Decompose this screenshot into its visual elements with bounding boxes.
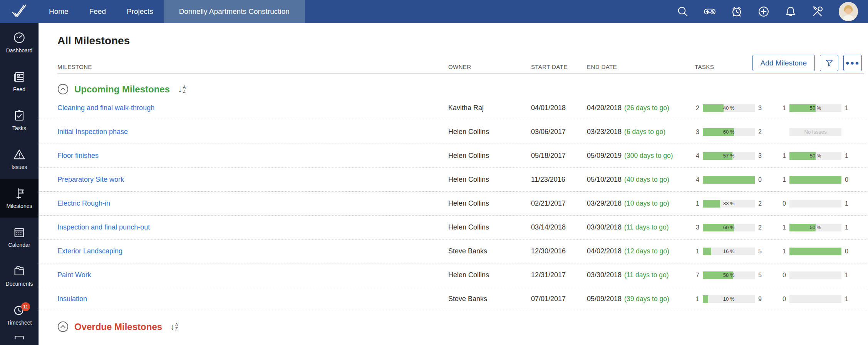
milestone-link[interactable]: Cleaning and final walk-through	[57, 104, 154, 112]
more-options-button[interactable]: ●●●	[843, 55, 862, 71]
gamepad-icon[interactable]	[704, 6, 716, 17]
milestone-link[interactable]: Preparatory Site work	[57, 176, 124, 183]
tasks-closed-count: 3	[758, 152, 766, 159]
search-icon[interactable]	[677, 6, 689, 17]
tasks-closed-count: 2	[758, 200, 766, 207]
tasks-progress-label: 57 %	[703, 152, 755, 160]
sidebar-item-milestones[interactable]: Milestones	[0, 179, 39, 218]
milestone-end-date: 05/09/2018	[587, 295, 622, 303]
feed-icon	[13, 70, 25, 83]
tasks-closed-count: 3	[758, 105, 766, 112]
tasks-progress-label: 33 %	[703, 200, 755, 208]
tools-icon[interactable]	[812, 6, 823, 17]
sort-az-icon[interactable]: ↓ AZ	[170, 323, 178, 331]
milestone-link[interactable]: Floor finishes	[57, 152, 99, 159]
issues-closed-count: 1	[845, 152, 853, 159]
milestone-row: Inspection and final punch-out Helen Col…	[39, 216, 868, 239]
column-header-owner[interactable]: OWNER	[448, 64, 531, 70]
sidebar-item-dashboard[interactable]: Dashboard	[0, 23, 39, 62]
nav-link-feed[interactable]: Feed	[79, 0, 116, 23]
avatar-image	[839, 2, 858, 21]
sort-az-icon[interactable]: ↓ AZ	[178, 85, 186, 94]
active-project-tab[interactable]: Donnelly Apartments Construction	[164, 0, 305, 23]
milestone-link[interactable]: Insulation	[57, 295, 87, 303]
plus-circle-icon[interactable]	[758, 6, 769, 17]
user-avatar[interactable]	[839, 2, 858, 21]
issues-progress-bar	[789, 271, 841, 279]
issues-progress-cell: 1 0	[778, 176, 868, 184]
issues-progress-bar: 50 %	[789, 152, 841, 160]
issues-progress-label: 50 %	[789, 104, 841, 112]
sidebar-item-partial[interactable]	[0, 334, 39, 342]
tasks-open-count: 1	[692, 248, 699, 255]
sidebar-item-documents[interactable]: Documents	[0, 256, 39, 295]
issues-progress-bar: 50 %	[789, 104, 841, 112]
issues-progress-bar	[789, 248, 841, 255]
nav-link-home[interactable]: Home	[39, 0, 79, 23]
column-header-start-date[interactable]: START DATE	[531, 64, 587, 70]
milestone-owner: Helen Collins	[448, 199, 531, 208]
issues-open-count: 0	[778, 272, 786, 279]
issues-progress-cell: 0 1	[778, 200, 868, 208]
issues-progress-bar: No Issues	[789, 128, 841, 136]
tasks-open-count: 2	[692, 105, 699, 112]
sidebar-item-issues[interactable]: Issues	[0, 140, 39, 179]
tasks-progress-label: 40 %	[703, 104, 755, 112]
tasks-progress-cell: 1 16 % 5	[692, 248, 778, 255]
tasks-progress-cell: 3 60 % 2	[692, 128, 778, 136]
tasks-open-count: 4	[692, 176, 699, 183]
milestone-link[interactable]: Electric Rough-in	[57, 199, 110, 207]
milestone-end-date: 03/30/2018	[587, 223, 622, 231]
bell-icon[interactable]	[785, 6, 796, 17]
milestone-owner: Helen Collins	[448, 176, 531, 184]
milestone-end-date: 03/23/2018	[587, 128, 622, 136]
add-milestone-button[interactable]: Add Milestone	[752, 55, 815, 71]
sidebar-item-calendar[interactable]: Calendar	[0, 218, 39, 256]
app-logo[interactable]	[0, 0, 39, 23]
milestone-link[interactable]: Initial Inspection phase	[57, 128, 128, 136]
issues-progress-label	[789, 271, 841, 279]
section-header-upcoming: Upcoming Milestones ↓ AZ	[57, 84, 868, 95]
milestone-end-date: 05/10/2018	[587, 176, 622, 183]
milestone-link[interactable]: Exterior Landscaping	[57, 247, 122, 255]
issues-closed-count: 1	[845, 296, 853, 303]
sidebar-item-label: Feed	[13, 86, 25, 92]
issues-progress-cell: 1 0	[778, 248, 868, 255]
issues-progress-label	[789, 176, 841, 184]
nav-link-projects[interactable]: Projects	[116, 0, 164, 23]
timesheet-badge: 11	[21, 302, 30, 311]
milestone-link[interactable]: Inspection and final punch-out	[57, 223, 150, 231]
milestone-owner: Kavitha Raj	[448, 104, 531, 112]
tasks-closed-count: 2	[758, 129, 766, 136]
collapse-chevron-icon[interactable]	[57, 321, 69, 332]
tasks-icon	[13, 109, 25, 122]
issues-open-count: 1	[778, 105, 786, 112]
milestone-start-date: 03/06/2017	[531, 128, 587, 136]
sidebar-item-feed[interactable]: Feed	[0, 62, 39, 101]
filter-button[interactable]	[820, 55, 838, 71]
issues-progress-cell: 0 1	[778, 295, 868, 303]
milestone-start-date: 11/23/2016	[531, 176, 587, 184]
sidebar-item-label: Issues	[12, 164, 27, 170]
column-header-milestone[interactable]: MILESTONE	[57, 64, 448, 70]
dashboard-icon	[13, 32, 25, 44]
milestone-row: Floor finishes Helen Collins 05/18/2017 …	[39, 144, 868, 168]
tasks-progress-label: 60 %	[703, 128, 755, 136]
milestone-link[interactable]: Paint Work	[57, 271, 91, 279]
days-to-go: (300 days to go)	[624, 152, 673, 159]
sidebar-item-label: Calendar	[8, 242, 30, 248]
issues-closed-count: 1	[845, 224, 853, 231]
alarm-clock-icon[interactable]	[731, 6, 742, 17]
sidebar-item-label: Documents	[6, 281, 33, 287]
milestone-row: Paint Work Helen Collins 12/31/2017 03/3…	[39, 263, 868, 287]
column-header-end-date[interactable]: END DATE	[587, 64, 692, 70]
issues-closed-count: 0	[845, 176, 853, 183]
tasks-closed-count: 5	[758, 272, 766, 279]
sidebar-item-tasks[interactable]: Tasks	[0, 101, 39, 140]
collapse-chevron-icon[interactable]	[57, 84, 69, 95]
tasks-closed-count: 9	[758, 296, 766, 303]
issues-progress-cell: 1 50 % 1	[778, 224, 868, 231]
sidebar-item-timesheet[interactable]: 11 Timesheet	[0, 295, 39, 334]
tasks-progress-bar: 57 %	[703, 152, 755, 160]
issues-closed-count: 1	[845, 272, 853, 279]
